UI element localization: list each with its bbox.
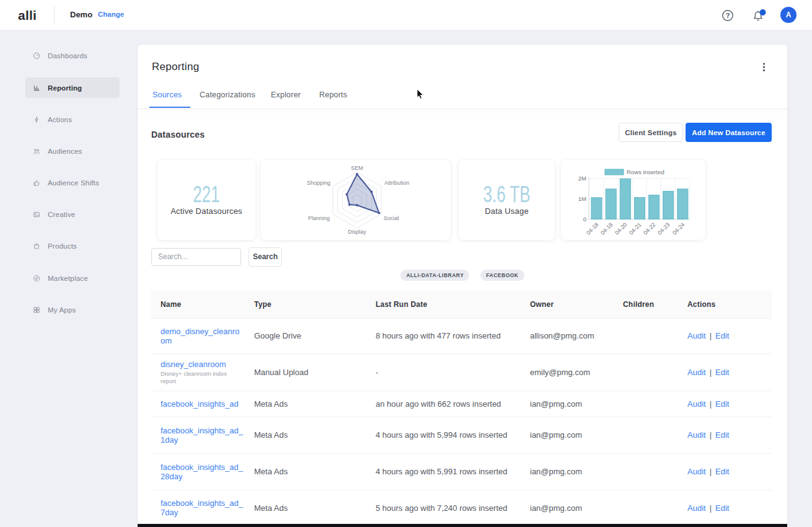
svg-text:04-18: 04-18 [585,221,599,236]
svg-text:04-20: 04-20 [614,221,628,236]
svg-text:Rows Inserted: Rows Inserted [627,169,664,175]
svg-text:1M: 1M [578,195,586,202]
svg-text:04-23: 04-23 [656,221,671,236]
svg-text:2M: 2M [578,175,586,182]
svg-text:SEM: SEM [351,165,363,171]
svg-text:04-19: 04-19 [599,221,614,236]
svg-text:0: 0 [583,216,586,223]
svg-text:04-21: 04-21 [628,221,642,236]
svg-text:Display: Display [348,229,366,235]
svg-text:Shopping: Shopping [307,180,330,186]
svg-text:Planning: Planning [308,215,330,221]
svg-text:04-24: 04-24 [671,221,686,236]
svg-text:?: ? [726,12,730,19]
svg-text:Attribution: Attribution [384,180,410,186]
svg-text:Social: Social [384,215,399,221]
svg-text:04-22: 04-22 [642,221,656,236]
